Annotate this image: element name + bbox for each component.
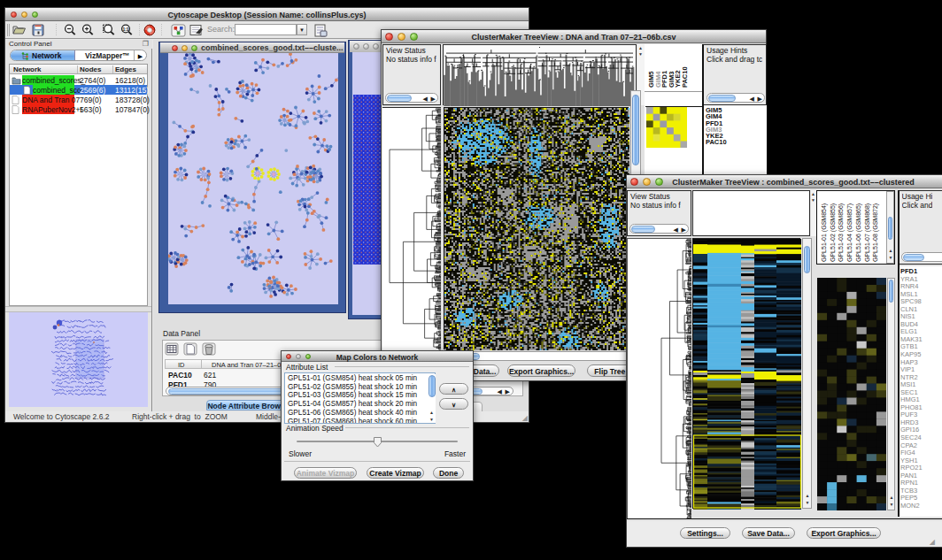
svg-text:GPL51-01 (GSM854): GPL51-01 (GSM854) <box>821 203 828 262</box>
svg-text:GPL51-06 (GSM865): GPL51-06 (GSM865) <box>855 203 862 262</box>
svg-text:PAC10: PAC10 <box>681 66 689 88</box>
svg-text:GPL51-07 (GSM868): GPL51-07 (GSM868) <box>864 203 871 262</box>
svg-text:GPL51-02 (GSM855): GPL51-02 (GSM855) <box>830 203 837 262</box>
svg-text:GPL51-04 (GSM857): GPL51-04 (GSM857) <box>846 203 853 262</box>
svg-text:1:1: 1:1 <box>122 27 128 32</box>
svg-text:GPL51-03 (GSM856): GPL51-03 (GSM856) <box>838 203 845 262</box>
svg-text:GPL51-08 (GSM872): GPL51-08 (GSM872) <box>872 203 879 262</box>
